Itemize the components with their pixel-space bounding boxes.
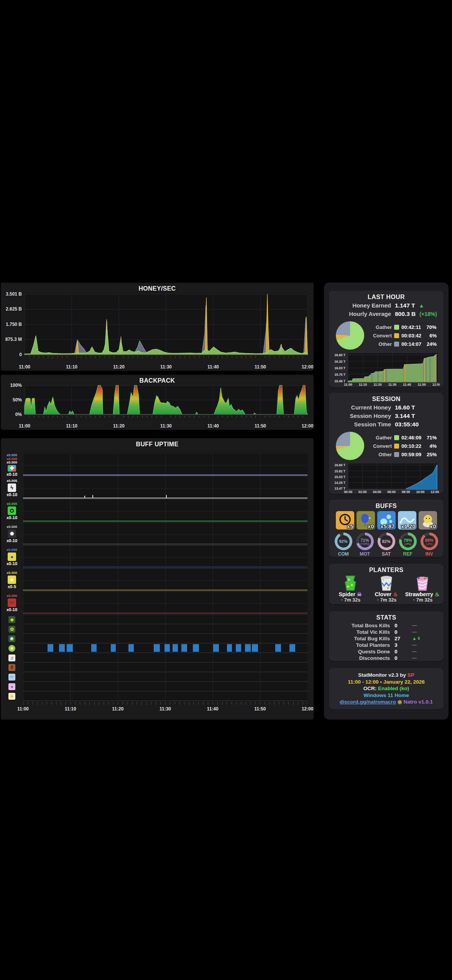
svg-text:11:50: 11:50 (255, 364, 266, 370)
backpack-plot: 0%50%100%11:0011:1011:2011:3011:4011:501… (1, 375, 314, 430)
natro-logo-icon: ◉ (398, 699, 402, 705)
reindeer-buff-gutter: x0.000Ψx0-10 (1, 592, 23, 615)
haste-buff-uptime-line (23, 498, 307, 498)
buff-axis-label: 11:50 (251, 706, 269, 712)
session-legend-time: 00:10:22 (401, 443, 421, 449)
heart-buff-gutter: ❤ (1, 672, 23, 682)
gauge-sat-hole: 82% (380, 535, 393, 548)
gauge-mot-pct: 71% (360, 538, 369, 543)
last-hour-card: LAST HOUR Honey Earned1.147 T▲Hourly Ave… (329, 291, 444, 387)
svg-text:11:10: 11:10 (66, 364, 77, 370)
star-buff-value-label: x0.000 (7, 571, 17, 575)
last-hour-legend-row: Other00:14:0724% (368, 340, 437, 348)
planter-clover-name: Clover ♨ (375, 591, 398, 597)
last-hour-legend-swatch (394, 333, 399, 338)
stat-label: Total Planters (333, 642, 390, 648)
backpack-panel: BACKPACK 0%50%100%11:0011:1011:2011:3011… (1, 375, 314, 430)
stat-row: Total Boss Kills0— (333, 622, 434, 629)
session-legend-label: Gather (368, 435, 392, 441)
gauge-mot-label: MOT (360, 551, 370, 557)
last-hour-legend-swatch (394, 342, 399, 347)
about-text: OCR: (363, 686, 378, 691)
stat-row: Total Planters3— (333, 642, 434, 648)
stat-label: Total Vic Kills (333, 629, 390, 635)
gauge-sat-label: SAT (382, 551, 391, 557)
planter-strawberry-icon (413, 574, 432, 591)
chick-buff-tile: x0 (419, 511, 437, 529)
buff-uptime-title: BUFF UPTIME (1, 441, 314, 448)
stat-value: 3 (394, 642, 408, 648)
last-hour-rows: Honey Earned1.147 T▲Hourly Average800.3 … (329, 301, 444, 318)
star-buff-icon: ★ (8, 576, 16, 584)
session-legend-label: Convert (368, 443, 392, 449)
blue-boost-buff-icon: ● (8, 552, 16, 561)
gauge-sat-pct: 82% (382, 539, 390, 544)
heart-buff-icon: ❤ (8, 674, 15, 681)
about-text: StatMonitor v2.3 by (358, 672, 407, 678)
svg-text:04:00: 04:00 (373, 490, 381, 494)
focus-buff-value-label: x0.000 (7, 461, 17, 465)
session-row: Session Honey3.144 T (334, 412, 439, 420)
blue-boost-buff-row (23, 546, 307, 569)
session-legend-row: Other00:59:0925% (368, 451, 437, 458)
svg-text:14.25 T: 14.25 T (334, 481, 346, 485)
svg-text:3.501 B: 3.501 B (6, 291, 22, 297)
last-hour-legend-label: Gather (368, 324, 392, 330)
honey-mark-buff-gutter: ◆ (1, 615, 23, 624)
discord-link[interactable]: discord.gg/natromacro (340, 699, 396, 705)
reindeer-buff-uptime-line (23, 613, 307, 613)
lucky-star-buff-bar (173, 644, 178, 652)
last-hour-legend-time: 00:03:42 (401, 333, 421, 339)
planter-spider: Spider ☠◔ 7m 32s (333, 574, 368, 603)
last-hour-legend-row: Convert00:03:426% (368, 332, 437, 339)
svg-text:15.82 T: 15.82 T (334, 469, 346, 473)
oil-buff-gutter: x0.000Ox0-10 (1, 500, 23, 523)
haste-buff-range-label: x0-10 (7, 492, 17, 497)
gauge-inv-pct: 89% (425, 538, 433, 543)
svg-text:50%: 50% (13, 397, 22, 403)
svg-text:11:10: 11:10 (66, 423, 77, 429)
stat-delta-num: 9 (417, 636, 420, 641)
stat-value: 0 (394, 655, 408, 661)
stats-rows: Total Boss Kills0—Total Vic Kills0—Total… (329, 621, 444, 661)
gauge-com-pct: 92% (339, 539, 347, 544)
planter-name-text: Clover (375, 591, 391, 597)
session-legend-pct: 4% (424, 443, 437, 449)
bubble-buff-tile: x5.87 (377, 511, 396, 529)
svg-text:11:50: 11:50 (417, 383, 426, 386)
reindeer-buff-row (23, 592, 307, 615)
statmonitor-dashboard: HONEY/SEC 0875.3 M1.750 B2.625 B3.501 B1… (0, 0, 452, 980)
super-crit-buff-range-label: x0-10 (7, 538, 17, 543)
svg-text:12:00: 12:00 (432, 383, 440, 386)
gauge-com-label: COM (338, 551, 349, 557)
stat-value: 27 (394, 635, 408, 642)
haste-buff-row (23, 477, 307, 500)
svg-text:16.60 T: 16.60 T (334, 463, 346, 467)
planter-clover-timer: ◔ 7m 32s (376, 597, 396, 603)
svg-text:11:40: 11:40 (403, 383, 411, 386)
guiding-star-buff-icon: ★ (8, 693, 15, 700)
svg-text:02:00: 02:00 (358, 490, 367, 494)
gauge-ref-ring: 79%(-8%) (399, 533, 417, 550)
svg-text:11:00: 11:00 (19, 364, 30, 370)
lucky-star-buff-bar (245, 644, 251, 652)
clock-buff-tile-multiplier: x5 (347, 523, 353, 529)
haste-buff-icon: ϟ (8, 483, 16, 492)
planter-spider-timer: ◔ 7m 32s (340, 597, 360, 603)
session-pie (336, 432, 364, 460)
session-pie-section: Gather02:46:0971%Convert00:10:224%Other0… (329, 429, 444, 461)
wave-buff-tile-multiplier: x1.20 (401, 523, 416, 529)
svg-text:11:00: 11:00 (344, 383, 352, 386)
gauge-inv-sub: (-3%) (426, 543, 432, 545)
backpack-chart-holder: 0%50%100%11:0011:1011:2011:3011:4011:501… (1, 375, 314, 431)
last-hour-legend: Gather00:42:1170%Convert00:03:426%Other0… (368, 323, 437, 348)
star-buff-uptime-line (23, 590, 307, 590)
bear-morph-buff-icon: ‼ (8, 664, 15, 671)
gauge-ref-hole: 79%(-8%) (402, 535, 414, 548)
focus-buff-icon: ✚ (8, 465, 16, 472)
honey-mark-buff-icon: ◆ (8, 616, 15, 623)
lucky-star-buff-gutter: ★ (1, 643, 23, 653)
comet-buff-row (23, 682, 307, 691)
buff-tiles-row: x5+x0x5.87x1.20x0 (329, 511, 444, 529)
planter-spider-name: Spider ☠ (339, 591, 362, 597)
